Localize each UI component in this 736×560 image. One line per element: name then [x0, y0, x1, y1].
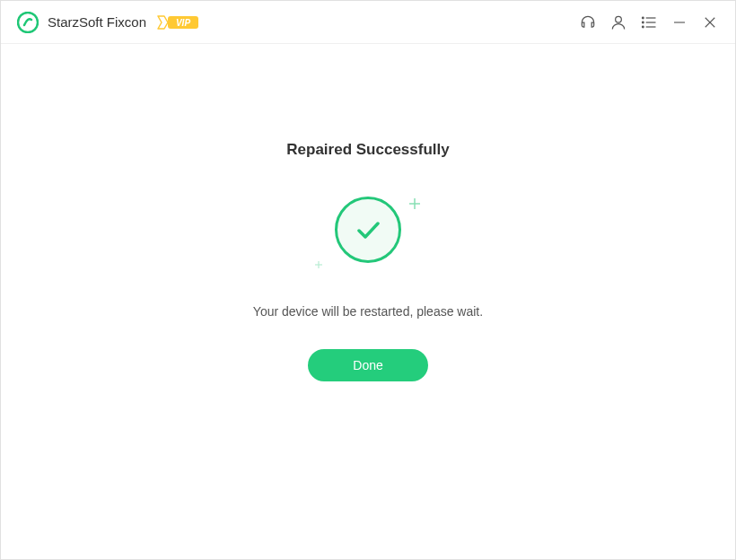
done-button[interactable]: Done: [308, 349, 427, 381]
status-message: Your device will be restarted, please wa…: [253, 304, 483, 319]
svg-point-4: [643, 17, 644, 19]
svg-point-0: [18, 13, 38, 32]
titlebar-left: StarzSoft Fixcon VIP: [17, 12, 200, 33]
app-title: StarzSoft Fixcon: [48, 14, 146, 30]
app-logo-icon: [17, 12, 39, 33]
status-heading: Repaired Successfully: [286, 141, 449, 159]
svg-point-6: [643, 22, 644, 23]
svg-point-8: [643, 26, 644, 28]
main-content: Repaired Successfully Your device: [1, 44, 735, 559]
success-graphic: [314, 197, 422, 277]
close-icon[interactable]: [701, 13, 719, 31]
minimize-icon[interactable]: [670, 13, 688, 31]
svg-text:VIP: VIP: [176, 18, 190, 28]
svg-point-3: [616, 16, 622, 22]
menu-icon[interactable]: [640, 13, 658, 31]
vip-badge[interactable]: VIP: [155, 13, 200, 31]
titlebar: StarzSoft Fixcon VIP: [1, 1, 735, 44]
titlebar-right: [579, 13, 719, 31]
checkmark-circle-icon: [335, 197, 401, 263]
plus-decoration-small-icon: [314, 259, 323, 272]
app-window: StarzSoft Fixcon VIP: [0, 0, 736, 560]
plus-decoration-large-icon: [407, 197, 422, 215]
support-icon[interactable]: [579, 13, 597, 31]
account-icon[interactable]: [609, 13, 627, 31]
